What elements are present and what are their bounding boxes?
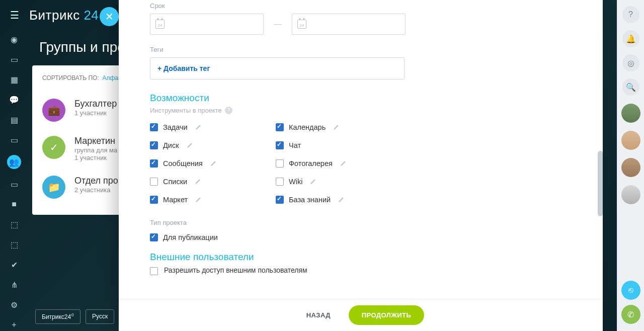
checkbox[interactable] bbox=[276, 123, 284, 131]
option-label: База знаний bbox=[289, 196, 331, 204]
phone-icon[interactable]: ✆ bbox=[621, 305, 640, 324]
nav-item[interactable]: ⬚ bbox=[9, 219, 19, 229]
nav-calendar-icon[interactable]: ▦ bbox=[9, 74, 19, 85]
capability-option[interactable]: Фотогалерея bbox=[276, 159, 401, 168]
right-panel: ? 🔔 ◎ 🔍 ⎋ ✆ bbox=[617, 0, 644, 331]
group-meta: 1 участник bbox=[74, 109, 117, 117]
capabilities-subtitle: Инструменты в проекте ? bbox=[150, 107, 540, 114]
capability-option[interactable]: Wiki bbox=[276, 178, 401, 186]
help-icon[interactable]: ? bbox=[225, 107, 232, 114]
option-label: Маркет bbox=[163, 196, 188, 204]
close-icon[interactable]: ✕ bbox=[100, 7, 119, 26]
modal-body: Срок 24 — 24 Теги + Добавить тег Возможн… bbox=[119, 0, 603, 299]
calendar-icon: 24 bbox=[155, 20, 165, 29]
group-desc: группа для ма bbox=[74, 146, 117, 154]
help-icon[interactable]: ? bbox=[622, 6, 639, 23]
checkbox[interactable] bbox=[150, 159, 158, 168]
nav-item[interactable]: ■ bbox=[9, 199, 19, 209]
pencil-icon[interactable] bbox=[340, 160, 347, 167]
checkbox[interactable] bbox=[276, 196, 284, 204]
capability-option[interactable]: Чат bbox=[276, 141, 401, 149]
checkbox[interactable] bbox=[150, 267, 158, 275]
checkbox[interactable] bbox=[276, 141, 284, 149]
capability-option[interactable]: Списки bbox=[150, 178, 276, 186]
avatar[interactable] bbox=[621, 158, 640, 177]
avatar[interactable] bbox=[621, 131, 640, 150]
avatar[interactable] bbox=[621, 104, 640, 123]
menu-icon[interactable]: ☰ bbox=[10, 9, 19, 21]
nav-item[interactable]: ▭ bbox=[9, 135, 19, 145]
nav-chat-icon[interactable]: 💬 bbox=[9, 95, 19, 105]
pencil-icon[interactable] bbox=[186, 142, 193, 149]
checkbox[interactable] bbox=[150, 141, 158, 149]
pencil-icon[interactable] bbox=[194, 178, 201, 185]
logo: Битрикс 24 bbox=[29, 8, 99, 23]
nav-item[interactable]: ⋔ bbox=[9, 280, 19, 290]
footer-chip[interactable]: Русск bbox=[86, 309, 114, 324]
logo-suffix: 24 bbox=[80, 8, 99, 23]
nav-check-icon[interactable]: ✔ bbox=[9, 260, 19, 270]
external-allow-label: Разрешить доступ внешним пользователям bbox=[164, 266, 307, 275]
capabilities-title: Возможности bbox=[150, 93, 540, 104]
capabilities-sub-text: Инструменты в проекте bbox=[150, 107, 222, 114]
checkbox[interactable] bbox=[276, 159, 284, 168]
footer-chips: Битрикс24© Русск bbox=[35, 309, 114, 324]
page-title: Группы и про bbox=[39, 39, 125, 55]
tags-input[interactable]: + Добавить тег bbox=[150, 57, 405, 79]
footer-chip[interactable]: Битрикс24© bbox=[35, 309, 80, 324]
nav-gear-icon[interactable]: ⚙ bbox=[9, 300, 19, 310]
group-name: Отдел про bbox=[74, 176, 118, 186]
group-icon: 💼 bbox=[42, 99, 65, 122]
capability-option[interactable]: Задачи bbox=[150, 123, 276, 131]
nav-plus-icon[interactable]: + bbox=[9, 320, 19, 330]
external-allow-option[interactable]: Разрешить доступ внешним пользователям bbox=[150, 266, 540, 275]
capability-option[interactable]: Сообщения bbox=[150, 159, 276, 168]
option-label: Диск bbox=[163, 141, 179, 149]
bell-icon[interactable]: 🔔 bbox=[622, 30, 639, 47]
group-meta: 2 участника bbox=[74, 186, 118, 194]
pencil-icon[interactable] bbox=[309, 178, 316, 185]
pencil-icon[interactable] bbox=[210, 160, 217, 167]
capability-option[interactable]: Диск bbox=[150, 141, 276, 149]
back-button[interactable]: НАЗАД bbox=[297, 305, 340, 325]
add-tag-button[interactable]: + Добавить тег bbox=[157, 64, 210, 72]
option-label: Сообщения bbox=[163, 159, 203, 168]
group-name: Маркетин bbox=[74, 136, 117, 146]
nav-item[interactable]: ⬚ bbox=[9, 239, 19, 250]
range-dash: — bbox=[274, 20, 282, 29]
option-label: Фотогалерея bbox=[289, 159, 333, 168]
date-to-input[interactable]: 24 bbox=[292, 14, 406, 35]
capability-option[interactable]: Маркет bbox=[150, 196, 276, 204]
capability-option[interactable]: База знаний bbox=[276, 196, 401, 204]
checkbox[interactable] bbox=[150, 233, 158, 241]
nav-item[interactable]: ▭ bbox=[9, 179, 19, 189]
scrollbar[interactable] bbox=[598, 151, 603, 216]
option-label: Задачи bbox=[163, 123, 188, 131]
options-grid: ЗадачиКалендарьДискЧатСообщенияФотогалер… bbox=[150, 123, 540, 204]
publication-option[interactable]: Для публикации bbox=[150, 233, 540, 241]
group-name: Бухгалтер bbox=[74, 99, 117, 109]
logo-text: Битрикс bbox=[29, 8, 80, 23]
checkbox[interactable] bbox=[150, 196, 158, 204]
activity-icon[interactable]: ◎ bbox=[622, 54, 639, 71]
checkbox[interactable] bbox=[150, 123, 158, 131]
date-from-input[interactable]: 24 bbox=[150, 14, 264, 35]
logout-icon[interactable]: ⎋ bbox=[621, 281, 640, 300]
pencil-icon[interactable] bbox=[333, 124, 340, 131]
nav-item[interactable]: ▭ bbox=[9, 54, 19, 64]
pencil-icon[interactable] bbox=[338, 196, 345, 203]
capability-option[interactable]: Календарь bbox=[276, 123, 401, 131]
pencil-icon[interactable] bbox=[195, 196, 202, 203]
search-icon[interactable]: 🔍 bbox=[622, 78, 639, 96]
checkbox[interactable] bbox=[150, 178, 158, 186]
pencil-icon[interactable] bbox=[195, 124, 202, 131]
avatar[interactable] bbox=[621, 185, 640, 204]
checkbox[interactable] bbox=[276, 178, 284, 186]
group-meta: 1 участник bbox=[74, 154, 117, 161]
continue-button[interactable]: ПРОДОЛЖИТЬ bbox=[349, 305, 424, 325]
external-users-title: Внешние пользователи bbox=[150, 252, 540, 263]
nav-item[interactable]: ◉ bbox=[9, 34, 19, 44]
nav-groups-icon[interactable]: 👥 bbox=[7, 155, 21, 169]
nav-doc-icon[interactable]: ▤ bbox=[9, 115, 19, 125]
project-type-label: Тип проекта bbox=[150, 219, 540, 226]
